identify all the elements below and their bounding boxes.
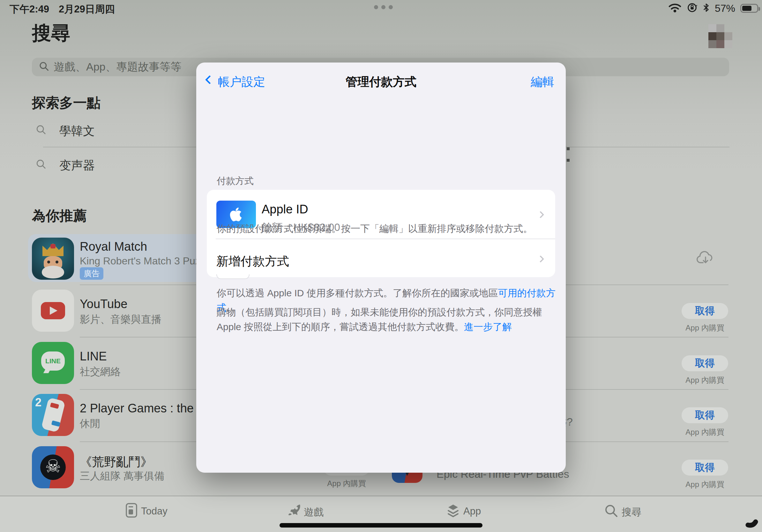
iap-note: App 內購買 (323, 478, 370, 489)
youtube-app-icon[interactable] (32, 290, 74, 332)
home-indicator[interactable] (279, 523, 483, 528)
battery-percent: 57% (715, 3, 735, 14)
status-bar-right: 57% (668, 2, 758, 15)
explore-heading: 探索多一點 (32, 94, 101, 112)
iap-note: App 內購買 (682, 427, 728, 437)
reorder-note: 你的預設付款方式位於頂端。按一下「編輯」以重新排序或移除付款方式。 (217, 221, 556, 236)
search-tab-icon (604, 504, 618, 519)
account-avatar[interactable] (708, 24, 732, 48)
apple-id-row-title[interactable]: Apple ID (262, 203, 308, 216)
app-stack-icon (445, 503, 461, 520)
search-suggestion[interactable]: 变声器 (59, 158, 95, 173)
app-title[interactable]: YouTube (80, 297, 127, 311)
note-text: 你可以透過 Apple ID 使用多種付款方式。了解你所在的國家或地區 (217, 288, 498, 298)
clock: 下午2:49 (10, 3, 49, 16)
obscured-text-fragment (567, 147, 570, 150)
iap-note: App 內購買 (682, 375, 728, 385)
app-title[interactable]: Royal Match (80, 240, 147, 253)
suggestion-search-icon (36, 159, 46, 171)
app-subtitle: 休閒 (80, 417, 100, 431)
brawl-stars-app-icon[interactable]: ☠ (32, 446, 74, 488)
get-button[interactable]: 取得 (682, 407, 728, 423)
suggestion-search-icon (36, 124, 46, 137)
multitasking-dots-icon[interactable] (374, 5, 393, 9)
search-placeholder: 遊戲、App、專題故事等等 (54, 60, 182, 74)
ad-badge: 廣告 (80, 267, 104, 280)
tab-search[interactable]: 搜尋 (622, 505, 642, 519)
two-player-games-app-icon[interactable]: 2 (32, 394, 74, 436)
status-bar-left: 下午2:49 2月29日周四 (10, 3, 115, 16)
get-button[interactable]: 取得 (682, 460, 728, 476)
edit-button[interactable]: 編輯 (531, 74, 554, 90)
app-title[interactable]: 2 Player Games : the Ch (80, 402, 196, 415)
cloud-download-icon[interactable] (696, 249, 716, 267)
bluetooth-icon (703, 3, 710, 14)
get-button[interactable]: 取得 (682, 303, 728, 319)
today-icon (125, 503, 138, 519)
app-subtitle: 社交網絡 (80, 365, 120, 379)
tab-games[interactable]: 遊戲 (304, 505, 324, 519)
royal-match-app-icon[interactable] (32, 237, 74, 280)
search-suggestion[interactable]: 學韓文 (59, 123, 95, 139)
chevron-right-icon (538, 212, 543, 219)
games-rocket-icon (286, 503, 302, 519)
get-button[interactable]: 取得 (682, 355, 728, 371)
app-subtitle: King Robert's Match 3 Puzzles (80, 255, 214, 267)
recommended-heading: 為你推薦 (32, 207, 87, 225)
iap-note: App 內購買 (682, 323, 728, 333)
line-app-icon[interactable]: LINE (32, 342, 74, 384)
ipad-screen: 下午2:49 2月29日周四 57% 搜尋 遊戲、App、專題故事等等 探索多一… (0, 0, 762, 532)
date: 2月29日周四 (59, 3, 115, 16)
modal-title: 管理付款方式 (196, 74, 566, 90)
pencil-scribble-mark (745, 513, 761, 529)
payment-methods-section-label: 付款方式 (217, 175, 254, 187)
learn-more-link[interactable]: 進一步了解 (464, 321, 512, 332)
tab-app[interactable]: App (463, 505, 481, 517)
search-icon (39, 61, 49, 73)
tab-today[interactable]: Today (141, 505, 168, 517)
app-subtitle: 三人組隊 萬事俱備 (80, 469, 164, 483)
chevron-right-icon (538, 256, 543, 263)
rotation-lock-icon (687, 2, 698, 14)
billing-order-note: 購物（包括購買訂閱項目）時，如果未能使用你的預設付款方式，你同意授權 Apple… (217, 305, 559, 334)
manage-payments-modal: 帳户設定 管理付款方式 編輯 付款方式 Apple ID 餘額：HK$82.00… (196, 62, 566, 473)
page-title: 搜尋 (32, 21, 70, 46)
battery-icon (740, 4, 758, 13)
app-subtitle: 影片、音樂與直播 (80, 312, 162, 327)
add-payment-label: 新增付款方式 (216, 253, 289, 270)
add-payment-method-row[interactable]: 新增付款方式 (207, 245, 555, 274)
iap-note: App 內購買 (682, 479, 728, 490)
app-title[interactable]: LINE (80, 350, 107, 363)
wifi-icon (668, 3, 682, 14)
app-title[interactable]: 《荒野亂鬥》 (80, 454, 153, 470)
